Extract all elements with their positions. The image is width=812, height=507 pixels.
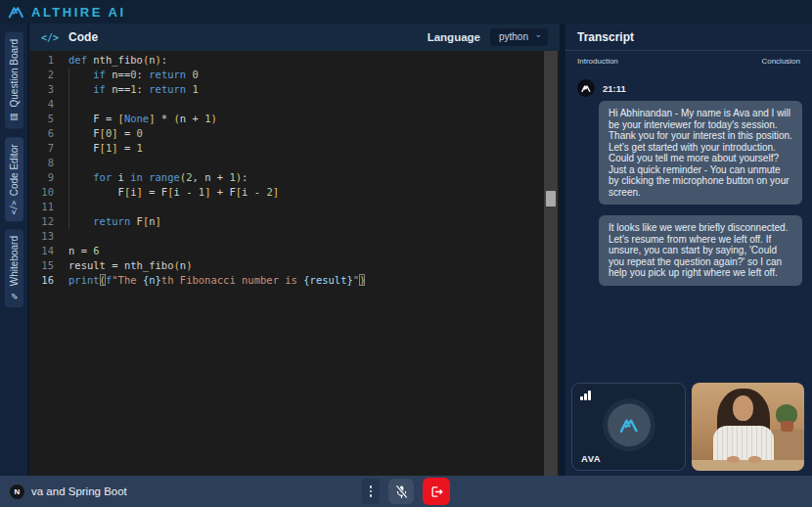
code-text: F[i] = F[i - 1] + F[i - 2] [68,185,279,200]
stage-conclusion: Conclusion [761,57,800,66]
candidate-hand [727,456,740,463]
code-line[interactable]: 8 [29,156,560,170]
code-line[interactable]: 14n = 6 [29,244,560,258]
sidebar-tab-label: Whiteboard [9,236,20,286]
microphone-muted-button[interactable] [388,479,414,504]
webcam-background [771,430,804,463]
line-number: 7 [29,141,54,156]
code-line[interactable]: 3 if n==1: return 1 [29,82,560,97]
code-line[interactable]: 15result = nth_fibo(n) [29,258,560,273]
code-icon: </> [10,200,19,213]
code-line[interactable]: 16print(f"The {n}th Fibonacci number is … [29,273,560,288]
call-controls [362,478,450,505]
mic-off-icon [394,484,409,499]
editor-scrollbar-track[interactable] [544,51,558,476]
session-title: va and Spring Boot [31,485,127,497]
line-number: 3 [29,82,54,97]
chevron-down-icon: ⌄ [534,29,542,39]
language-value: python [499,31,528,42]
line-number: 13 [29,229,54,244]
sidebar-tab-question-board[interactable]: ▤ Question Board [5,32,23,129]
transcript-title: Transcript [577,30,634,44]
code-text: print(f"The {n}th Fibonacci number is {r… [68,273,365,288]
code-text: if n==1: return 1 [68,82,199,97]
language-select[interactable]: python ⌄ [490,28,548,46]
session-avatar: N [10,484,24,499]
bottom-bar: N va and Spring Boot [0,476,812,507]
code-lines: 1def nth_fibo(n):2 if n==0: return 03 if… [29,51,560,288]
ava-avatar [577,79,595,97]
brand: ALTHIRE AI [8,5,126,20]
top-bar: ALTHIRE AI [0,0,812,23]
code-line[interactable]: 5 F = [None] * (n + 1) [29,112,560,126]
candidate-face [733,395,753,421]
code-panel-title: Code [68,30,98,44]
code-line[interactable]: 2 if n==0: return 0 [29,68,560,82]
indent-guide [68,68,69,229]
transcript-message: It looks like we were briefly disconnect… [599,215,802,286]
sidebar-tab-code-editor[interactable]: </> Code Editor [5,137,23,221]
board-icon: ▤ [9,113,19,122]
line-number: 5 [29,112,54,126]
ava-voice-avatar [608,403,651,446]
code-text: F[1] = 1 [68,141,143,156]
line-number: 14 [29,244,54,258]
line-number: 10 [29,185,54,200]
video-tiles: AVA [571,383,804,471]
code-line[interactable]: 10 F[i] = F[i - 1] + F[i - 2] [29,185,560,200]
stage-indicator: Introduction Conclusion [565,51,812,69]
line-number: 4 [29,97,54,112]
code-text: def nth_fibo(n): [68,53,167,68]
code-line[interactable]: 11 [29,200,560,214]
code-line[interactable]: 12 return F[n] [29,214,560,229]
code-tag-icon: </> [41,32,59,43]
code-text: n = 6 [68,244,100,258]
code-text: return F[n] [68,214,161,229]
candidate-hand [748,456,761,463]
language-label: Language [428,31,480,43]
transcript-message: Hi Abhinandan - My name is Ava and I wil… [599,101,802,205]
code-line[interactable]: 1def nth_fibo(n): [29,53,560,68]
editor-scrollbar-thumb[interactable] [546,191,556,207]
line-number: 2 [29,68,54,82]
plant-pot [781,421,793,432]
code-text: F = [None] * (n + 1) [68,112,217,126]
sidebar-tab-label: Code Editor [9,144,20,196]
candidate-webcam-video [692,383,804,471]
left-sidebar: ▤ Question Board </> Code Editor ✎ White… [0,23,27,476]
sidebar-tab-label: Question Board [9,39,20,108]
line-number: 8 [29,156,54,170]
sidebar-tab-whiteboard[interactable]: ✎ Whiteboard [5,229,23,307]
transcript-panel: Transcript Introduction Conclusion 21:11… [565,23,812,476]
candidate-body [713,426,774,465]
ava-video-tile: AVA [571,383,686,471]
message-timestamp: 21:11 [603,83,626,94]
line-number: 15 [29,258,54,273]
code-line[interactable]: 6 F[0] = 0 [29,126,560,141]
message-header: 21:11 [577,79,802,97]
line-number: 1 [29,53,54,68]
code-text: if n==0: return 0 [68,68,199,82]
line-number: 6 [29,126,54,141]
code-panel-header: </> Code Language python ⌄ [29,23,560,51]
ava-name-label: AVA [581,453,601,464]
code-line[interactable]: 13 [29,229,560,244]
line-number: 11 [29,200,54,214]
pen-icon: ✎ [9,291,19,300]
more-options-button[interactable] [362,479,380,504]
code-line[interactable]: 9 for i in range(2, n + 1): [29,170,560,185]
stage-introduction: Introduction [577,57,618,66]
code-line[interactable]: 4 [29,97,560,112]
transcript-messages: 21:11 Hi Abhinandan - My name is Ava and… [565,69,812,286]
code-editor[interactable]: 1def nth_fibo(n):2 if n==0: return 03 if… [29,51,560,476]
exit-icon [429,484,444,499]
transcript-header: Transcript [565,23,812,51]
brand-name: ALTHIRE AI [31,5,126,20]
code-text: F[0] = 0 [68,126,143,141]
desk [692,460,804,471]
code-text: for i in range(2, n + 1): [68,170,248,185]
line-number: 12 [29,214,54,229]
code-line[interactable]: 7 F[1] = 1 [29,141,560,156]
leave-session-button[interactable] [423,478,450,505]
line-number: 9 [29,170,54,185]
